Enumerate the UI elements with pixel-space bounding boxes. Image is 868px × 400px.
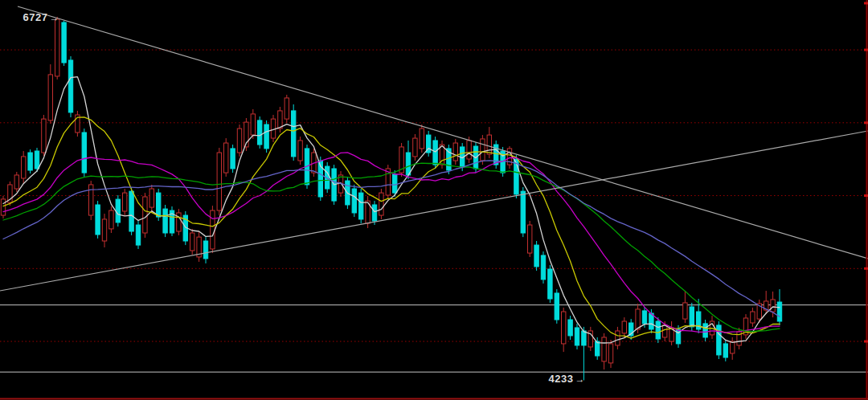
candle-body-up [285,98,289,119]
candle-body-up [251,114,255,135]
candle-body-down [703,324,707,337]
candle-body-down [28,153,32,170]
candle-body-down [548,269,552,299]
candle-body-down [163,209,167,233]
candle-body-up [487,135,491,154]
candle-body-up [143,197,147,233]
candle-body-up [211,210,215,249]
candle-body-down [393,174,397,193]
candle-body-up [278,111,282,129]
candle-body-down [582,331,586,345]
candle-body-down [541,255,545,280]
candle-body-up [663,325,667,337]
candle-body-down [359,193,363,219]
chart-canvas[interactable] [0,0,868,400]
candle-body-up [413,138,417,157]
candle-body-down [521,191,525,233]
candle-body-down [258,120,262,145]
candle-body-down [534,245,538,267]
candle-body-down [433,141,437,165]
candle-body-up [636,309,640,329]
candle-body-up [48,75,52,120]
candle-body-up [102,219,106,241]
candle-body-up [271,119,275,138]
peak-price-value: 6727 [23,11,48,23]
candle-body-down [555,293,559,320]
candle-body-down [62,22,66,63]
candle-body-up [224,143,228,173]
candle-body-up [1,199,5,215]
candle-body-down [596,341,600,356]
candle-body-down [777,302,781,321]
candle-body-up [123,193,127,211]
candle-body-up [420,129,424,149]
candle-body-down [129,191,133,231]
candle-body-down [116,199,120,222]
candle-body-up [190,233,194,251]
candle-body-up [731,341,735,353]
candle-body-down [231,149,235,169]
candle-body-up [562,312,566,344]
candle-body-up [217,153,221,210]
candle-body-down [717,325,721,355]
candle-body-up [528,225,532,253]
candle-body-down [406,153,410,175]
candle-body-down [656,321,660,339]
candle-body-down [352,189,356,213]
peak-price-label: 6727 → [23,11,59,23]
candle-body-down [203,241,207,259]
candle-body-up [453,143,457,161]
right-arrow-icon: → [575,373,586,384]
right-arrow-icon: → [50,11,60,22]
low-price-label: 4233 → [549,373,585,385]
candle-body-up [481,139,485,161]
candle-body-up [22,157,26,178]
candle-body-up [616,331,620,345]
candle-body-down [292,111,296,157]
low-price-value: 4233 [549,373,574,385]
candle-body-up [298,141,302,161]
candle-body-down [264,124,268,149]
candle-body-down [68,60,72,112]
candle-body-up [771,300,775,312]
candle-body-up [602,337,606,361]
candle-body-up [467,141,471,159]
candle-body-down [35,151,39,169]
candlestick-chart: 6727 → 4233 → [0,0,868,400]
candle-body-up [751,312,755,323]
candle-body-down [690,307,694,327]
candle-body-down [372,205,376,221]
candle-body-down [568,320,572,336]
candle-body-up [149,189,154,207]
candle-body-up [379,193,383,215]
candle-body-up [14,175,18,189]
candle-body-up [55,19,59,76]
candle-body-up [608,344,612,363]
candle-body-up [622,321,626,333]
candle-body-down [157,193,161,217]
candle-body-down [642,311,646,324]
candle-body-up [237,129,241,153]
candle-body-down [136,225,140,245]
candle-body-up [42,119,46,153]
candle-body-up [683,303,687,319]
candle-body-down [96,205,100,235]
ma-40-line [3,161,780,316]
candle-body-down [82,133,86,173]
candle-body-down [575,328,579,345]
candle-body-down [723,344,727,357]
candle-body-up [109,210,113,229]
